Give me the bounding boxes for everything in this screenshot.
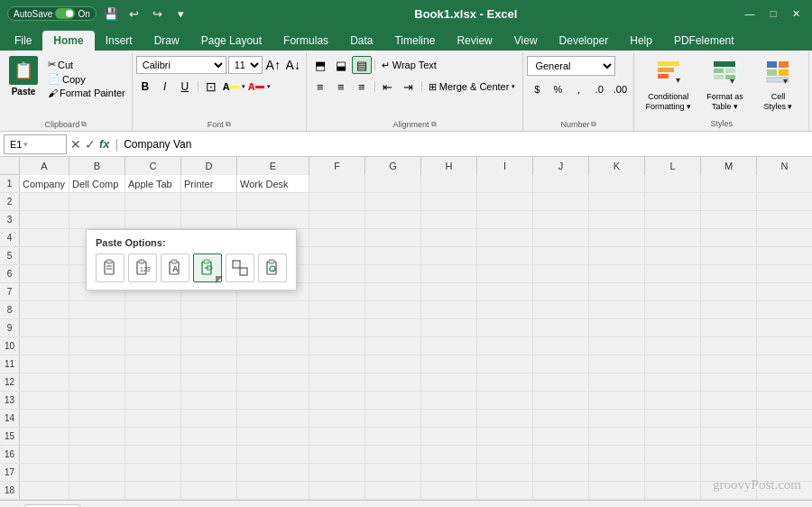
list-item[interactable] bbox=[533, 392, 589, 409]
list-item[interactable] bbox=[181, 319, 237, 336]
list-item[interactable] bbox=[533, 301, 589, 318]
list-item[interactable] bbox=[309, 247, 365, 264]
list-item[interactable] bbox=[125, 355, 181, 373]
list-item[interactable] bbox=[477, 392, 533, 409]
list-item[interactable] bbox=[125, 193, 181, 210]
paste-button[interactable]: 📋 Paste bbox=[4, 54, 43, 98]
list-item[interactable] bbox=[701, 446, 757, 463]
list-item[interactable] bbox=[589, 229, 645, 246]
tab-data[interactable]: Data bbox=[339, 31, 383, 51]
list-item[interactable] bbox=[421, 319, 477, 336]
merge-center-button[interactable]: ⊞ Merge & Center ▾ bbox=[425, 79, 520, 95]
number-format-select[interactable]: General bbox=[527, 56, 615, 76]
list-item[interactable]: Printer bbox=[181, 175, 237, 192]
list-item[interactable] bbox=[181, 301, 237, 318]
fill-color-button[interactable]: A bbox=[222, 78, 240, 96]
list-item[interactable] bbox=[757, 410, 812, 427]
list-item[interactable] bbox=[701, 247, 757, 264]
list-item[interactable] bbox=[477, 175, 533, 192]
list-item[interactable] bbox=[589, 337, 645, 355]
align-right-btn[interactable]: ▤ bbox=[352, 56, 372, 74]
list-item[interactable] bbox=[181, 392, 237, 409]
tab-file[interactable]: File bbox=[4, 31, 42, 51]
list-item[interactable] bbox=[533, 373, 589, 391]
list-item[interactable] bbox=[533, 265, 589, 282]
list-item[interactable] bbox=[533, 428, 589, 445]
list-item[interactable] bbox=[533, 319, 589, 336]
col-header-e[interactable]: E bbox=[237, 157, 309, 175]
list-item[interactable] bbox=[477, 211, 533, 228]
qat-more-button[interactable]: ▾ bbox=[172, 5, 190, 23]
list-item[interactable] bbox=[69, 428, 125, 445]
conditional-formatting-button[interactable]: ▾ ConditionalFormatting ▾ bbox=[640, 56, 697, 115]
row-number-13[interactable]: 13 bbox=[0, 392, 20, 409]
list-item[interactable] bbox=[125, 410, 181, 427]
list-item[interactable] bbox=[757, 373, 812, 391]
list-item[interactable] bbox=[20, 301, 69, 318]
list-item[interactable] bbox=[69, 464, 125, 481]
tab-timeline[interactable]: Timeline bbox=[383, 31, 446, 51]
list-item[interactable] bbox=[701, 265, 757, 282]
clipboard-group-label[interactable]: Clipboard ⧉ bbox=[45, 120, 88, 129]
cancel-formula-btn[interactable]: ✕ bbox=[70, 137, 81, 152]
bold-button[interactable]: B bbox=[136, 78, 154, 96]
list-item[interactable] bbox=[645, 211, 701, 228]
list-item[interactable] bbox=[365, 373, 421, 391]
list-item[interactable] bbox=[701, 283, 757, 300]
col-header-i[interactable]: I bbox=[477, 157, 533, 175]
list-item[interactable] bbox=[69, 373, 125, 391]
list-item[interactable] bbox=[20, 211, 69, 228]
tab-developer[interactable]: Developer bbox=[549, 31, 620, 51]
list-item[interactable] bbox=[589, 247, 645, 264]
align-top-center-btn[interactable]: ⬓ bbox=[331, 56, 351, 74]
list-item[interactable] bbox=[309, 283, 365, 300]
list-item[interactable] bbox=[645, 482, 701, 499]
list-item[interactable] bbox=[701, 193, 757, 210]
wrap-text-button[interactable]: ↵ Wrap Text bbox=[378, 58, 440, 73]
list-item[interactable] bbox=[181, 193, 237, 210]
list-item[interactable] bbox=[365, 464, 421, 481]
list-item[interactable] bbox=[589, 283, 645, 300]
list-item[interactable] bbox=[421, 193, 477, 210]
list-item[interactable] bbox=[757, 247, 812, 264]
list-item[interactable] bbox=[309, 337, 365, 355]
list-item[interactable] bbox=[125, 301, 181, 318]
list-item[interactable] bbox=[701, 355, 757, 373]
list-item[interactable] bbox=[125, 482, 181, 499]
list-item[interactable] bbox=[477, 247, 533, 264]
list-item[interactable] bbox=[477, 229, 533, 246]
row-number-7[interactable]: 7 bbox=[0, 283, 20, 300]
list-item[interactable] bbox=[589, 193, 645, 210]
list-item[interactable] bbox=[365, 446, 421, 463]
list-item[interactable] bbox=[309, 428, 365, 445]
list-item[interactable] bbox=[589, 464, 645, 481]
copy-button[interactable]: 📄 Copy bbox=[45, 72, 128, 86]
list-item[interactable] bbox=[477, 355, 533, 373]
list-item[interactable] bbox=[757, 428, 812, 445]
list-item[interactable] bbox=[701, 211, 757, 228]
list-item[interactable] bbox=[20, 428, 69, 445]
list-item[interactable] bbox=[589, 319, 645, 336]
list-item[interactable] bbox=[20, 373, 69, 391]
list-item[interactable] bbox=[421, 175, 477, 192]
list-item[interactable] bbox=[701, 428, 757, 445]
list-item[interactable] bbox=[125, 392, 181, 409]
tab-pdfelement[interactable]: PDFelement bbox=[663, 31, 745, 51]
list-item[interactable] bbox=[589, 301, 645, 318]
undo-button[interactable]: ↩ bbox=[125, 5, 143, 23]
col-header-h[interactable]: H bbox=[421, 157, 477, 175]
list-item[interactable] bbox=[477, 301, 533, 318]
increase-indent-btn[interactable]: ⇥ bbox=[399, 78, 419, 96]
cut-button[interactable]: ✂ Cut bbox=[45, 58, 128, 71]
list-item[interactable] bbox=[125, 373, 181, 391]
list-item[interactable] bbox=[69, 482, 125, 499]
paste-opt-btn-6[interactable]: + bbox=[258, 254, 287, 282]
alignment-group-label[interactable]: Alignment ⧉ bbox=[393, 120, 437, 129]
list-item[interactable] bbox=[421, 355, 477, 373]
list-item[interactable] bbox=[237, 373, 309, 391]
list-item[interactable] bbox=[421, 446, 477, 463]
add-sheet-btn[interactable]: + bbox=[4, 503, 20, 507]
list-item[interactable] bbox=[589, 410, 645, 427]
paste-opt-btn-1[interactable] bbox=[96, 254, 125, 282]
list-item[interactable] bbox=[69, 446, 125, 463]
